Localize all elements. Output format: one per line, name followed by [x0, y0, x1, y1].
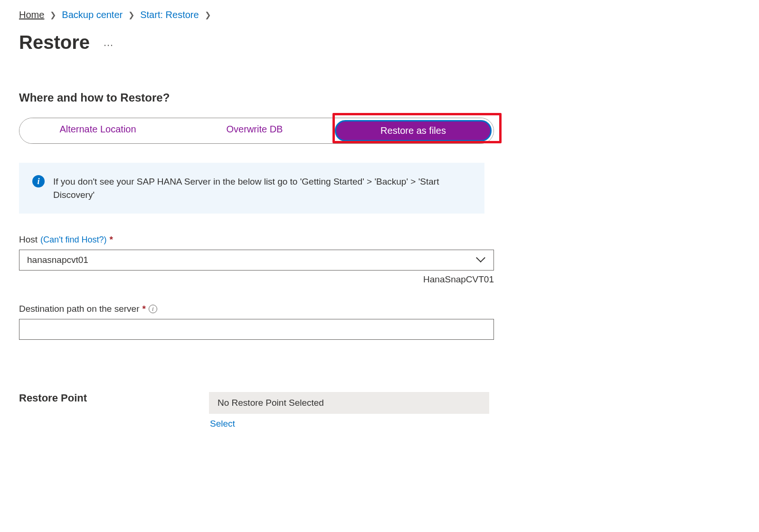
tab-overwrite-db[interactable]: Overwrite DB	[176, 118, 333, 143]
host-field-group: Host (Can't find Host?) * hanasnapcvt01 …	[19, 234, 740, 285]
required-indicator: *	[110, 234, 113, 245]
destination-path-input[interactable]	[19, 319, 494, 340]
destination-label-text: Destination path on the server	[19, 304, 140, 314]
info-help-icon[interactable]: i	[149, 305, 157, 313]
chevron-right-icon: ❯	[50, 10, 56, 19]
restore-mode-tabs-wrapper: Alternate Location Overwrite DB Restore …	[19, 118, 740, 144]
breadcrumb: Home ❯ Backup center ❯ Start: Restore ❯	[19, 9, 740, 20]
info-icon: i	[32, 175, 45, 187]
section-heading: Where and how to Restore?	[19, 91, 740, 104]
host-select-value: hanasnapcvt01	[27, 255, 88, 265]
destination-label: Destination path on the server * i	[19, 304, 740, 314]
chevron-right-icon: ❯	[205, 10, 211, 19]
tab-restore-as-files[interactable]: Restore as files	[333, 118, 493, 143]
restore-point-row: Restore Point No Restore Point Selected …	[19, 392, 740, 429]
restore-point-label: Restore Point	[19, 392, 171, 404]
chevron-down-icon	[477, 256, 486, 264]
restore-point-value: No Restore Point Selected	[209, 392, 489, 414]
info-box: i If you don't see your SAP HANA Server …	[19, 163, 484, 214]
required-indicator: *	[142, 304, 146, 314]
info-text: If you don't see your SAP HANA Server in…	[53, 175, 471, 201]
destination-field-group: Destination path on the server * i	[19, 304, 740, 340]
chevron-right-icon: ❯	[128, 10, 134, 19]
restore-mode-tabs: Alternate Location Overwrite DB Restore …	[19, 118, 494, 144]
page-title-row: Restore …	[19, 32, 740, 53]
host-select[interactable]: hanasnapcvt01	[19, 250, 494, 271]
tab-restore-as-files-label: Restore as files	[335, 120, 492, 141]
restore-point-select-link[interactable]: Select	[209, 419, 740, 429]
host-label: Host (Can't find Host?) *	[19, 234, 740, 245]
more-actions-icon[interactable]: …	[103, 37, 115, 49]
cant-find-host-link[interactable]: (Can't find Host?)	[40, 235, 107, 245]
tab-alternate-location[interactable]: Alternate Location	[19, 118, 176, 143]
restore-point-value-col: No Restore Point Selected Select	[209, 392, 740, 429]
breadcrumb-home[interactable]: Home	[19, 9, 44, 20]
breadcrumb-backup-center[interactable]: Backup center	[62, 9, 123, 20]
page-title: Restore	[19, 32, 90, 53]
breadcrumb-start-restore[interactable]: Start: Restore	[140, 9, 199, 20]
host-helper-text: HanaSnapCVT01	[19, 274, 494, 285]
host-label-text: Host	[19, 234, 38, 245]
